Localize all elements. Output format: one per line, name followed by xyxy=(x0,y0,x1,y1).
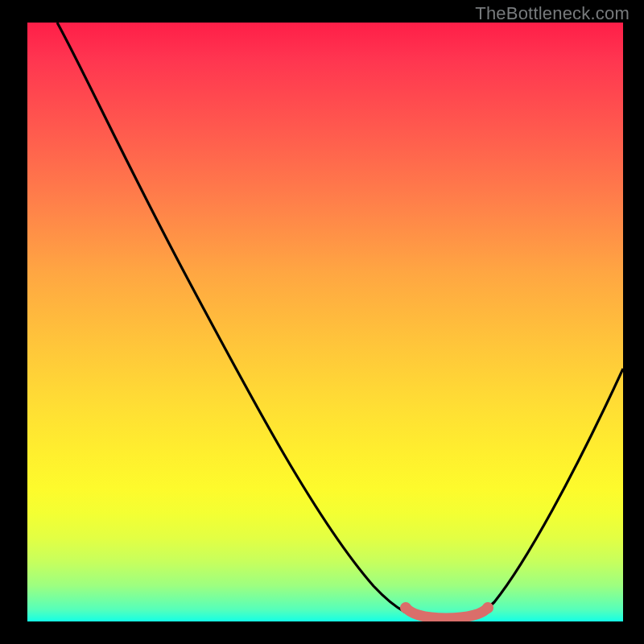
chart-frame: TheBottleneck.com xyxy=(0,0,644,644)
chart-plot-area xyxy=(27,23,623,621)
marked-region-dot-left xyxy=(400,602,411,613)
bottleneck-curve xyxy=(57,23,623,618)
marked-region xyxy=(406,608,488,618)
chart-svg xyxy=(27,23,623,621)
marked-region-dot-right xyxy=(482,602,493,613)
watermark-text: TheBottleneck.com xyxy=(475,3,630,24)
